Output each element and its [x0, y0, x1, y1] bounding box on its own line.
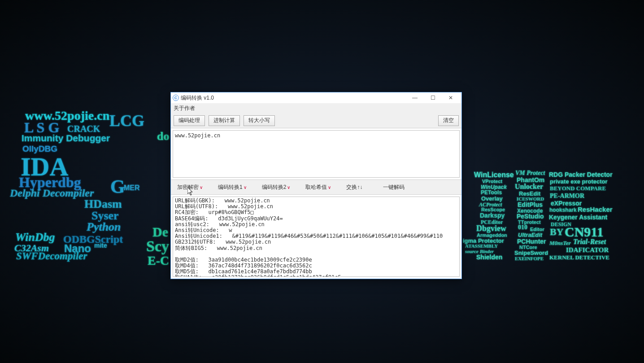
chevron-down-icon: ∨	[287, 185, 290, 190]
bg-word: WinLicense	[474, 171, 514, 179]
app-icon: C	[173, 95, 179, 101]
bg-word: VProtect	[482, 179, 502, 184]
bg-word: SnipeSword	[514, 249, 548, 256]
hash-dropdown[interactable]: 取哈希值∨	[302, 183, 335, 192]
window-title: 编码转换 v1.0	[181, 94, 406, 102]
bg-word: E-C	[148, 254, 169, 268]
menu-bar: 关于作者	[171, 103, 461, 113]
toolbar: 编码处理 进制计算 转大小写 清空	[171, 113, 461, 128]
bg-word: Shielden	[476, 254, 502, 261]
decode-all-button[interactable]: 一键解码	[379, 183, 408, 192]
bg-word: do	[157, 130, 169, 143]
input-textarea[interactable]	[173, 130, 460, 178]
base-calc-button[interactable]: 进制计算	[209, 115, 240, 126]
swap-button[interactable]: 交换↑↓	[343, 183, 366, 192]
close-button[interactable]: ✕	[442, 93, 460, 103]
bg-word: BEYOND COMPARE	[550, 185, 606, 192]
bg-word: PeStudio	[517, 213, 544, 220]
bg-word: RDG Packer Detector	[549, 171, 613, 178]
bg-word: De	[152, 224, 168, 240]
bg-word: Unlocker	[515, 183, 543, 191]
bg-word: IDAFICATOR	[566, 246, 609, 254]
bg-word: PCHunter	[517, 238, 546, 245]
bg-word: BY	[550, 226, 564, 238]
bg-word: CN911	[565, 224, 604, 240]
case-button[interactable]: 转大小写	[244, 115, 275, 126]
bg-word: Dbgview	[476, 224, 506, 233]
clear-button[interactable]: 清空	[438, 115, 459, 126]
bg-word: EditPlus	[518, 201, 543, 208]
bg-word: ATASSEMBLY	[465, 243, 498, 249]
bg-word: G	[110, 176, 125, 197]
minimize-button[interactable]: —	[406, 93, 424, 103]
bg-word: mite	[94, 242, 107, 249]
bg-word: M0nsTer	[549, 240, 571, 247]
bg-word: LCG	[109, 111, 144, 130]
convert2-dropdown[interactable]: 编码转换2∨	[258, 183, 294, 192]
bg-word: Keygener Assistant	[549, 214, 607, 221]
bg-word: MER	[124, 184, 140, 192]
bg-word: UltraEdit	[518, 232, 542, 238]
output-textarea[interactable]: URL解码(GBK): www.52pojie.cn URL解码(UTF8): …	[173, 197, 460, 277]
desktop-background: www.52pojie.cnLCGL S GCRACKImmunity Debu…	[0, 0, 644, 363]
menu-about[interactable]: 关于作者	[174, 105, 195, 112]
titlebar[interactable]: C 编码转换 v1.0 — ☐ ✕	[171, 92, 461, 103]
bg-word: EXEINFOPE	[515, 256, 544, 261]
bg-word: Delphi Decompiler	[10, 187, 94, 199]
app-window: C 编码转换 v1.0 — ☐ ✕ 关于作者 编码处理 进制计算 转大小写 清空…	[170, 92, 462, 279]
bg-word: private exe protector	[550, 178, 608, 185]
bg-word: hookshark	[549, 207, 577, 213]
bg-word: Python	[87, 220, 121, 234]
encode-button[interactable]: 编码处理	[174, 115, 205, 126]
bg-word: 010	[518, 224, 527, 231]
chevron-down-icon: ∨	[328, 185, 331, 190]
bg-word: Overlay	[481, 195, 503, 202]
chevron-down-icon: ∨	[200, 185, 203, 190]
bg-word: PETools	[481, 189, 502, 196]
bg-word: VM Protect	[515, 170, 545, 177]
bg-word: KERNEL DETECTIVE	[549, 254, 609, 261]
crypt-dropdown[interactable]: 加密解密∨	[174, 183, 206, 192]
dropdown-bar: 加密解密∨ 编码转换1∨ 编码转换2∨ 取哈希值∨ 交换↑↓ 一键解码	[171, 179, 461, 195]
bg-word: ResHacker	[578, 206, 613, 213]
maximize-button[interactable]: ☐	[424, 93, 442, 103]
chevron-down-icon: ∨	[244, 185, 247, 190]
convert1-dropdown[interactable]: 编码转换1∨	[214, 183, 250, 192]
bg-word: Trial-Reset	[573, 238, 606, 246]
bg-word: PE-ARMOR	[550, 192, 584, 200]
bg-word: Scy	[146, 238, 169, 255]
bg-word: Darkspy	[480, 212, 505, 219]
bg-word: eXPressor	[551, 200, 582, 207]
bg-word: SWFDecompiler	[16, 250, 87, 262]
bg-word: Immunity Debugger	[22, 133, 110, 144]
